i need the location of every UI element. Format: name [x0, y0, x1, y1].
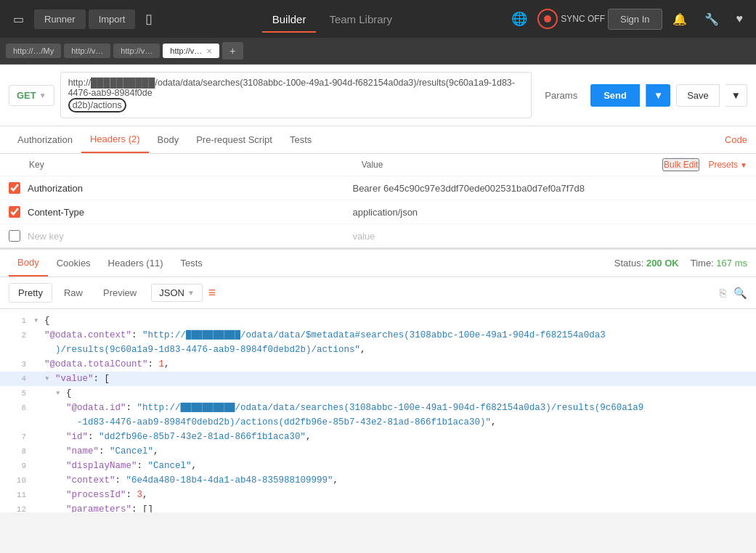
json-content-5: ▾ { — [33, 386, 750, 401]
tab-tests[interactable]: Tests — [281, 127, 320, 152]
headers-columns: Key Value Bulk Edit Presets ▼ — [0, 154, 756, 176]
search-icon[interactable]: 🔍 — [733, 287, 747, 300]
sync-dot — [544, 15, 551, 22]
url-tabs-bar: http://…/My http://v… http://v… http://v… — [0, 38, 756, 65]
json-content-9: "displayName": "Cancel", — [33, 459, 750, 473]
status-area: Status: 200 OK Time: 167 ms — [614, 258, 747, 269]
json-line-6: 6 "@odata.id": "http://██████████/odata/… — [0, 401, 756, 430]
url-prefix: http://██████████/odata/data/searches(31… — [68, 78, 524, 98]
line-number-1: 1 — [6, 314, 26, 328]
value-column-header: Value — [362, 160, 662, 170]
url-tab-0[interactable]: http://…/My — [6, 44, 61, 58]
presets-dropdown[interactable]: Presets ▼ — [708, 160, 747, 170]
send-button[interactable]: Send — [590, 84, 640, 107]
line-number-11: 11 — [6, 488, 26, 502]
top-nav: ▭ Runner Import ▯ Builder Team Library 🌐… — [0, 0, 756, 38]
response-tabs: Body Cookies Headers (11) Tests Status: … — [0, 248, 756, 277]
url-tab-1[interactable]: http://v… — [64, 44, 110, 58]
resp-tab-cookies[interactable]: Cookies — [48, 250, 99, 276]
line-number-4: 4 — [6, 372, 26, 386]
header-key-0: Authorization — [28, 183, 352, 194]
header-row-new: New key value — [0, 224, 756, 247]
url-tab-3[interactable]: http://v…✕ — [163, 44, 219, 58]
presets-label: Presets — [708, 160, 738, 170]
tab-body[interactable]: Body — [149, 127, 188, 152]
sync-icon — [537, 9, 558, 29]
line-number-7: 7 — [6, 430, 26, 444]
globe-icon-button[interactable]: 🌐 — [504, 7, 535, 31]
json-line-5: 5 ▾ { — [0, 386, 756, 401]
line-number-12: 12 — [6, 502, 26, 512]
header-key-new: New key — [28, 231, 352, 242]
header-value-1: application/json — [352, 207, 747, 218]
json-line-2: 2 "@odata.context": "http://██████████/o… — [0, 328, 756, 357]
save-arrow-button[interactable]: ▼ — [725, 84, 747, 107]
json-content-4: ▾ "value": [ — [33, 372, 750, 386]
save-button[interactable]: Save — [676, 84, 720, 107]
request-tabs: Authorization Headers (2) Body Pre-reque… — [0, 126, 756, 154]
time-label: Time: 167 ms — [691, 258, 747, 269]
new-tab-button[interactable]: ▯ — [138, 7, 160, 31]
header-row-1: Content-Type application/json — [0, 200, 756, 224]
tab-headers[interactable]: Headers (2) — [81, 126, 149, 153]
params-button[interactable]: Params — [537, 85, 585, 106]
body-tab-raw[interactable]: Raw — [55, 284, 92, 302]
url-circled-part: d2b)/actions — [68, 98, 126, 112]
bulk-edit-button[interactable]: Bulk Edit — [662, 158, 699, 171]
header-value-0: Bearer 6e45c90c97e3ddf70ede002531ba0d7ef… — [352, 183, 747, 194]
tab-builder[interactable]: Builder — [262, 9, 317, 30]
resp-tab-body[interactable]: Body — [9, 250, 48, 276]
send-arrow-button[interactable]: ▼ — [646, 84, 670, 107]
filter-icon[interactable]: ≡ — [208, 285, 216, 300]
notifications-button[interactable]: 🔔 — [665, 8, 694, 30]
url-input-display[interactable]: http://██████████/odata/data/searches(31… — [60, 72, 532, 118]
favorite-button[interactable]: ♥ — [729, 8, 751, 30]
json-line-9: 9 "displayName": "Cancel", — [0, 459, 756, 473]
status-label: Status: 200 OK — [614, 258, 679, 269]
json-content-6: "@odata.id": "http://██████████/odata/da… — [33, 401, 750, 430]
json-line-3: 3 "@odata.totalCount": 1, — [0, 357, 756, 372]
code-link[interactable]: Code — [725, 127, 747, 152]
header-checkbox-0[interactable] — [9, 182, 20, 194]
add-tab-button[interactable]: + — [222, 42, 243, 60]
sync-area: SYNC OFF — [537, 9, 605, 29]
method-select[interactable]: GET ▼ — [9, 85, 54, 106]
json-content-1: ▾ { — [33, 314, 750, 328]
method-arrow-icon: ▼ — [39, 91, 46, 99]
json-line-8: 8 "name": "Cancel", — [0, 444, 756, 459]
request-bar: GET ▼ http://██████████/odata/data/searc… — [0, 65, 756, 126]
header-checkbox-1[interactable] — [9, 206, 20, 218]
settings-button[interactable]: 🔧 — [697, 8, 726, 30]
copy-icon[interactable]: ⎘ — [720, 287, 726, 299]
json-line-11: 11 "processId": 3, — [0, 488, 756, 502]
import-button[interactable]: Import — [89, 9, 136, 29]
json-line-12: 12 "parameters": [] — [0, 502, 756, 512]
format-select[interactable]: JSON ▼ — [151, 284, 203, 302]
format-label: JSON — [159, 287, 184, 298]
sidebar-toggle-button[interactable]: ▭ — [6, 8, 31, 30]
body-tab-pretty[interactable]: Pretty — [9, 283, 52, 303]
resp-tab-tests[interactable]: Tests — [171, 250, 211, 276]
format-arrow-icon: ▼ — [187, 289, 195, 297]
time-value: 167 ms — [716, 258, 747, 269]
tab-team-library[interactable]: Team Library — [319, 9, 402, 30]
json-content-3: "@odata.totalCount": 1, — [33, 357, 750, 372]
json-content-7: "id": "dd2fb96e-85b7-43e2-81ad-866f1b1ac… — [33, 430, 750, 444]
close-tab-icon[interactable]: ✕ — [206, 47, 212, 55]
presets-arrow-icon: ▼ — [740, 161, 747, 169]
resp-tab-headers[interactable]: Headers (11) — [99, 250, 172, 276]
sign-in-button[interactable]: Sign In — [608, 9, 662, 30]
key-column-header: Key — [29, 160, 362, 170]
body-tab-preview[interactable]: Preview — [94, 284, 145, 302]
json-content-11: "processId": 3, — [33, 488, 750, 502]
sync-label: SYNC OFF — [561, 14, 605, 24]
tab-authorization[interactable]: Authorization — [9, 127, 81, 152]
line-number-9: 9 — [6, 459, 26, 473]
url-tab-2[interactable]: http://v… — [113, 44, 160, 58]
tab-pre-request[interactable]: Pre-request Script — [187, 127, 281, 152]
line-number-5: 5 — [6, 386, 26, 401]
json-content-2: "@odata.context": "http://██████████/oda… — [33, 328, 750, 357]
header-checkbox-new[interactable] — [9, 230, 20, 242]
runner-button[interactable]: Runner — [34, 9, 86, 29]
header-value-new: value — [352, 231, 747, 242]
